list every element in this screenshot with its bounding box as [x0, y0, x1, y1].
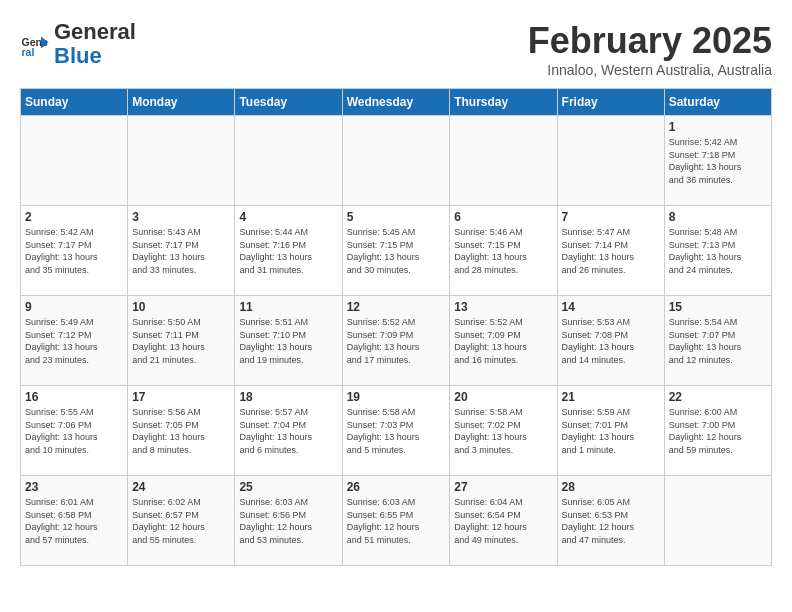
calendar-cell: 15Sunrise: 5:54 AM Sunset: 7:07 PM Dayli…: [664, 296, 771, 386]
calendar-cell: 27Sunrise: 6:04 AM Sunset: 6:54 PM Dayli…: [450, 476, 557, 566]
svg-text:ral: ral: [22, 46, 35, 58]
day-info: Sunrise: 5:50 AM Sunset: 7:11 PM Dayligh…: [132, 316, 230, 366]
header: Gene ral General Blue February 2025 Inna…: [20, 20, 772, 78]
day-number: 6: [454, 210, 552, 224]
day-number: 21: [562, 390, 660, 404]
column-header-tuesday: Tuesday: [235, 89, 342, 116]
calendar-cell: [342, 116, 450, 206]
day-number: 3: [132, 210, 230, 224]
day-info: Sunrise: 5:59 AM Sunset: 7:01 PM Dayligh…: [562, 406, 660, 456]
day-number: 10: [132, 300, 230, 314]
calendar-cell: 6Sunrise: 5:46 AM Sunset: 7:15 PM Daylig…: [450, 206, 557, 296]
calendar-cell: [664, 476, 771, 566]
logo: Gene ral General Blue: [20, 20, 136, 68]
day-number: 7: [562, 210, 660, 224]
calendar-week-row: 16Sunrise: 5:55 AM Sunset: 7:06 PM Dayli…: [21, 386, 772, 476]
calendar-cell: 3Sunrise: 5:43 AM Sunset: 7:17 PM Daylig…: [128, 206, 235, 296]
day-number: 26: [347, 480, 446, 494]
day-number: 4: [239, 210, 337, 224]
calendar-cell: 7Sunrise: 5:47 AM Sunset: 7:14 PM Daylig…: [557, 206, 664, 296]
day-info: Sunrise: 6:02 AM Sunset: 6:57 PM Dayligh…: [132, 496, 230, 546]
day-info: Sunrise: 5:58 AM Sunset: 7:02 PM Dayligh…: [454, 406, 552, 456]
day-number: 11: [239, 300, 337, 314]
day-info: Sunrise: 5:55 AM Sunset: 7:06 PM Dayligh…: [25, 406, 123, 456]
calendar-cell: 18Sunrise: 5:57 AM Sunset: 7:04 PM Dayli…: [235, 386, 342, 476]
month-title: February 2025: [528, 20, 772, 62]
calendar-week-row: 23Sunrise: 6:01 AM Sunset: 6:58 PM Dayli…: [21, 476, 772, 566]
logo-icon: Gene ral: [20, 29, 50, 59]
calendar-week-row: 1Sunrise: 5:42 AM Sunset: 7:18 PM Daylig…: [21, 116, 772, 206]
day-info: Sunrise: 5:57 AM Sunset: 7:04 PM Dayligh…: [239, 406, 337, 456]
day-info: Sunrise: 5:44 AM Sunset: 7:16 PM Dayligh…: [239, 226, 337, 276]
calendar-cell: [21, 116, 128, 206]
day-number: 23: [25, 480, 123, 494]
calendar-cell: 12Sunrise: 5:52 AM Sunset: 7:09 PM Dayli…: [342, 296, 450, 386]
calendar-cell: 4Sunrise: 5:44 AM Sunset: 7:16 PM Daylig…: [235, 206, 342, 296]
day-info: Sunrise: 5:52 AM Sunset: 7:09 PM Dayligh…: [347, 316, 446, 366]
day-info: Sunrise: 5:56 AM Sunset: 7:05 PM Dayligh…: [132, 406, 230, 456]
calendar-cell: 26Sunrise: 6:03 AM Sunset: 6:55 PM Dayli…: [342, 476, 450, 566]
day-number: 14: [562, 300, 660, 314]
day-number: 5: [347, 210, 446, 224]
calendar-cell: [450, 116, 557, 206]
day-number: 28: [562, 480, 660, 494]
day-info: Sunrise: 5:48 AM Sunset: 7:13 PM Dayligh…: [669, 226, 767, 276]
calendar-cell: [557, 116, 664, 206]
day-info: Sunrise: 5:58 AM Sunset: 7:03 PM Dayligh…: [347, 406, 446, 456]
day-info: Sunrise: 5:49 AM Sunset: 7:12 PM Dayligh…: [25, 316, 123, 366]
calendar-cell: 11Sunrise: 5:51 AM Sunset: 7:10 PM Dayli…: [235, 296, 342, 386]
day-info: Sunrise: 5:42 AM Sunset: 7:18 PM Dayligh…: [669, 136, 767, 186]
calendar-cell: 20Sunrise: 5:58 AM Sunset: 7:02 PM Dayli…: [450, 386, 557, 476]
day-number: 27: [454, 480, 552, 494]
column-header-friday: Friday: [557, 89, 664, 116]
column-header-wednesday: Wednesday: [342, 89, 450, 116]
day-number: 15: [669, 300, 767, 314]
day-info: Sunrise: 5:46 AM Sunset: 7:15 PM Dayligh…: [454, 226, 552, 276]
day-number: 13: [454, 300, 552, 314]
day-info: Sunrise: 6:03 AM Sunset: 6:56 PM Dayligh…: [239, 496, 337, 546]
column-header-sunday: Sunday: [21, 89, 128, 116]
day-number: 25: [239, 480, 337, 494]
day-info: Sunrise: 5:54 AM Sunset: 7:07 PM Dayligh…: [669, 316, 767, 366]
calendar-cell: 1Sunrise: 5:42 AM Sunset: 7:18 PM Daylig…: [664, 116, 771, 206]
day-number: 1: [669, 120, 767, 134]
day-info: Sunrise: 5:43 AM Sunset: 7:17 PM Dayligh…: [132, 226, 230, 276]
calendar-cell: 9Sunrise: 5:49 AM Sunset: 7:12 PM Daylig…: [21, 296, 128, 386]
calendar-cell: 25Sunrise: 6:03 AM Sunset: 6:56 PM Dayli…: [235, 476, 342, 566]
calendar-cell: 14Sunrise: 5:53 AM Sunset: 7:08 PM Dayli…: [557, 296, 664, 386]
calendar-cell: 21Sunrise: 5:59 AM Sunset: 7:01 PM Dayli…: [557, 386, 664, 476]
calendar-cell: 5Sunrise: 5:45 AM Sunset: 7:15 PM Daylig…: [342, 206, 450, 296]
logo-line1: General: [54, 20, 136, 44]
calendar-cell: 2Sunrise: 5:42 AM Sunset: 7:17 PM Daylig…: [21, 206, 128, 296]
day-number: 9: [25, 300, 123, 314]
day-info: Sunrise: 6:04 AM Sunset: 6:54 PM Dayligh…: [454, 496, 552, 546]
day-number: 16: [25, 390, 123, 404]
day-number: 22: [669, 390, 767, 404]
calendar-cell: 19Sunrise: 5:58 AM Sunset: 7:03 PM Dayli…: [342, 386, 450, 476]
calendar-table: SundayMondayTuesdayWednesdayThursdayFrid…: [20, 88, 772, 566]
day-number: 24: [132, 480, 230, 494]
calendar-cell: 22Sunrise: 6:00 AM Sunset: 7:00 PM Dayli…: [664, 386, 771, 476]
day-info: Sunrise: 5:52 AM Sunset: 7:09 PM Dayligh…: [454, 316, 552, 366]
day-info: Sunrise: 5:42 AM Sunset: 7:17 PM Dayligh…: [25, 226, 123, 276]
column-header-thursday: Thursday: [450, 89, 557, 116]
day-number: 17: [132, 390, 230, 404]
calendar-week-row: 9Sunrise: 5:49 AM Sunset: 7:12 PM Daylig…: [21, 296, 772, 386]
calendar-cell: [235, 116, 342, 206]
day-info: Sunrise: 5:47 AM Sunset: 7:14 PM Dayligh…: [562, 226, 660, 276]
day-number: 2: [25, 210, 123, 224]
day-info: Sunrise: 5:45 AM Sunset: 7:15 PM Dayligh…: [347, 226, 446, 276]
day-info: Sunrise: 5:53 AM Sunset: 7:08 PM Dayligh…: [562, 316, 660, 366]
day-info: Sunrise: 6:01 AM Sunset: 6:58 PM Dayligh…: [25, 496, 123, 546]
calendar-cell: 28Sunrise: 6:05 AM Sunset: 6:53 PM Dayli…: [557, 476, 664, 566]
day-number: 18: [239, 390, 337, 404]
location-subtitle: Innaloo, Western Australia, Australia: [528, 62, 772, 78]
calendar-cell: 8Sunrise: 5:48 AM Sunset: 7:13 PM Daylig…: [664, 206, 771, 296]
calendar-week-row: 2Sunrise: 5:42 AM Sunset: 7:17 PM Daylig…: [21, 206, 772, 296]
day-number: 20: [454, 390, 552, 404]
day-info: Sunrise: 6:03 AM Sunset: 6:55 PM Dayligh…: [347, 496, 446, 546]
calendar-cell: [128, 116, 235, 206]
day-info: Sunrise: 5:51 AM Sunset: 7:10 PM Dayligh…: [239, 316, 337, 366]
calendar-cell: 17Sunrise: 5:56 AM Sunset: 7:05 PM Dayli…: [128, 386, 235, 476]
logo-line2: Blue: [54, 44, 136, 68]
